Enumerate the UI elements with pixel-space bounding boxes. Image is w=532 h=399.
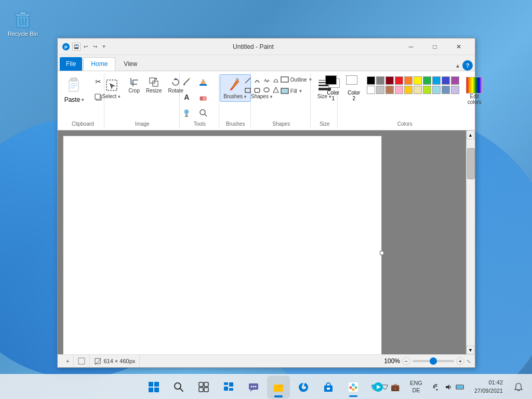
close-btn[interactable]: ✕	[447, 38, 471, 55]
pencil-btn[interactable]	[179, 74, 194, 89]
svg-rect-36	[185, 116, 188, 117]
lang-btn[interactable]: ENG DE	[406, 378, 427, 395]
fill-shape-btn[interactable]: Fill ▼	[278, 86, 315, 96]
chat-btn[interactable]	[242, 376, 265, 398]
paint-canvas[interactable]	[63, 136, 382, 354]
color-row-2	[367, 86, 459, 94]
text-btn[interactable]: A	[179, 90, 194, 104]
search-btn[interactable]	[167, 376, 190, 398]
canvas-resize-handle[interactable]	[380, 251, 384, 255]
widgets-btn[interactable]	[217, 376, 240, 398]
zoom-thumb[interactable]	[430, 357, 437, 365]
color-swatch[interactable]	[423, 86, 431, 94]
color-swatch[interactable]	[395, 76, 403, 85]
color2-selector[interactable]: Color 2	[344, 74, 364, 102]
save-quick-btn[interactable]	[72, 43, 81, 51]
color-swatch[interactable]	[414, 86, 422, 94]
shapes-label: Shapes	[251, 94, 269, 99]
svg-rect-43	[255, 88, 260, 92]
color-swatch[interactable]	[367, 76, 375, 85]
shape-freeform[interactable]	[262, 76, 271, 85]
color-swatch[interactable]	[367, 86, 375, 94]
color-swatch[interactable]	[395, 86, 403, 94]
clock[interactable]: 01:42 27/09/2021	[470, 377, 507, 397]
edge-btn[interactable]	[292, 376, 315, 398]
crop-btn[interactable]: Crop	[126, 74, 142, 95]
fill-btn[interactable]	[195, 74, 211, 89]
recycle-bin-label: Recycle Bin	[8, 31, 38, 37]
color-swatch[interactable]	[376, 86, 384, 94]
color-swatch[interactable]	[423, 76, 431, 85]
shapes-label-row: Shapes ▼	[251, 94, 273, 99]
color-picker-btn[interactable]	[179, 105, 194, 120]
canvas-selector-btn[interactable]	[74, 355, 90, 367]
select-btn[interactable]: Select ▼	[99, 74, 125, 102]
shape-roundrect[interactable]	[253, 86, 261, 94]
undo-quick-btn[interactable]: ↩	[82, 43, 90, 51]
color-swatch[interactable]	[385, 76, 394, 85]
paste-btn[interactable]: Paste ▼	[60, 74, 90, 106]
shape-line[interactable]	[244, 76, 252, 85]
system-status[interactable]	[429, 381, 468, 393]
svg-rect-12	[71, 85, 77, 86]
explorer-btn[interactable]	[267, 376, 290, 398]
magnifier-btn[interactable]	[195, 105, 211, 120]
task-view-btn[interactable]	[192, 376, 215, 398]
minimize-btn[interactable]: ─	[399, 38, 423, 55]
help-btn[interactable]: ?	[462, 60, 473, 71]
title-bar: P ↩ ↪ ▼ Untitled - Paint ─ □ ✕	[58, 38, 475, 55]
color-swatch[interactable]	[414, 76, 422, 85]
color-swatch[interactable]	[442, 76, 450, 85]
tab-view[interactable]: View	[116, 57, 144, 71]
recycle-bin[interactable]: Recycle Bin	[8, 8, 38, 37]
svg-rect-2	[20, 12, 26, 15]
notification-btn[interactable]	[509, 378, 528, 396]
zoom-slider[interactable]	[413, 360, 454, 362]
svg-rect-22	[131, 80, 133, 84]
tools-group: A	[181, 73, 220, 128]
volume-icon	[444, 383, 453, 391]
color-swatch[interactable]	[404, 86, 413, 94]
color-swatch[interactable]	[404, 76, 413, 85]
color-swatch[interactable]	[376, 76, 384, 85]
resize-btn[interactable]: Resize	[143, 74, 165, 95]
redo-quick-btn[interactable]: ↪	[91, 43, 99, 51]
scroll-thumb[interactable]	[467, 148, 475, 179]
clipchamp-btn[interactable]	[367, 376, 390, 398]
color1-label: Color 1	[327, 90, 339, 101]
paint-btn[interactable]	[342, 376, 365, 398]
color-swatch[interactable]	[432, 86, 441, 94]
edit-colors-btn[interactable]: Edit colors	[462, 74, 486, 108]
color1-selector[interactable]: Color 1	[323, 74, 343, 102]
fill-chevron: ▼	[299, 89, 303, 94]
color-swatch[interactable]	[451, 76, 459, 85]
color-swatch[interactable]	[442, 86, 450, 94]
svg-point-75	[352, 383, 355, 387]
ribbon-collapse-btn[interactable]: ▲	[455, 63, 460, 69]
shapes-btn[interactable]: Shapes ▼	[247, 74, 277, 102]
color-swatch[interactable]	[385, 86, 394, 94]
quick-access-separator: ▼	[101, 44, 107, 49]
eraser-btn[interactable]	[195, 90, 211, 104]
shape-rect[interactable]	[244, 86, 252, 94]
vertical-scrollbar[interactable]: ▲ ▼	[466, 130, 475, 354]
start-btn[interactable]	[142, 376, 165, 398]
scroll-up-btn[interactable]: ▲	[467, 130, 474, 139]
zoom-out-btn[interactable]: −	[402, 357, 410, 365]
shape-ellipse[interactable]	[262, 86, 271, 94]
scroll-down-btn[interactable]: ▼	[467, 345, 474, 354]
zoom-in-btn[interactable]: +	[456, 357, 464, 365]
store-btn[interactable]	[317, 376, 340, 398]
maximize-btn[interactable]: □	[423, 38, 447, 55]
color-swatch[interactable]	[432, 76, 441, 85]
tab-home[interactable]: Home	[83, 57, 115, 71]
color2-container	[346, 75, 362, 89]
add-btn[interactable]: +	[62, 355, 74, 367]
outline-btn[interactable]: Outline ▼	[278, 74, 315, 85]
svg-point-78	[352, 388, 355, 391]
edit-colors-icon	[466, 77, 483, 94]
canvas-area[interactable]	[58, 130, 466, 354]
tab-file[interactable]: File	[60, 57, 82, 71]
shape-curve[interactable]	[253, 76, 261, 85]
color-swatch[interactable]	[451, 86, 459, 94]
